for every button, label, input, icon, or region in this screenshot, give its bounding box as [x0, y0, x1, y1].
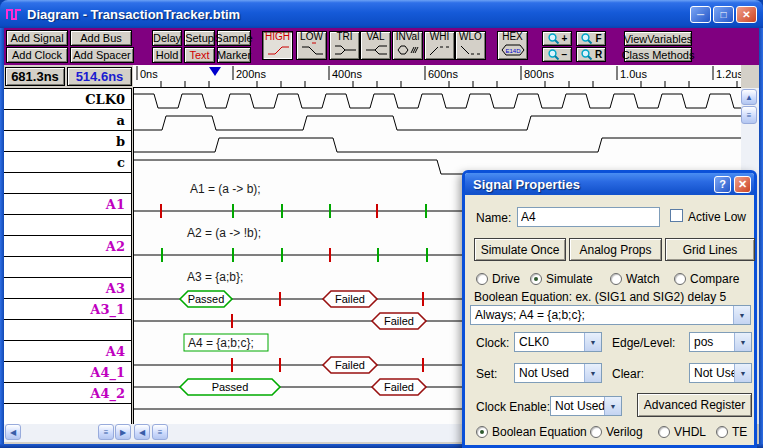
- waveform-a: [134, 116, 741, 130]
- signal-name-label: A3_1: [90, 302, 125, 317]
- watch-radio[interactable]: [610, 273, 622, 285]
- edge-level-combo[interactable]: pos ▼: [689, 332, 752, 352]
- waveform-note: A3 = {a;b};: [187, 270, 243, 284]
- tri-state-button[interactable]: TRI: [329, 31, 360, 60]
- chevron-down-icon[interactable]: ▼: [733, 306, 750, 324]
- waveform-scroll-thumb[interactable]: ≡: [152, 424, 168, 440]
- set-combo[interactable]: Not Used ▼: [514, 363, 602, 383]
- equation-combo[interactable]: Always; A4 = {a;b;c}; ▼: [470, 305, 751, 325]
- timeline-ruler[interactable]: 0ns200ns400ns600ns800ns1.0us1.2us: [133, 65, 741, 88]
- chevron-down-icon[interactable]: ▼: [584, 364, 601, 382]
- signal-row-A3[interactable]: A3: [4, 278, 131, 299]
- analog-props-button[interactable]: Analog Props: [569, 238, 662, 261]
- signal-row-A1[interactable]: A1: [4, 194, 131, 215]
- grid-lines-button[interactable]: Grid Lines: [665, 238, 755, 261]
- inval-state-button[interactable]: INVal: [392, 31, 423, 60]
- add-signal-button[interactable]: Add Signal: [6, 30, 68, 46]
- add-bus-button[interactable]: Add Bus: [70, 30, 132, 46]
- waveform-CLK0: [134, 94, 741, 108]
- vertical-scroll-thumb[interactable]: ≡: [741, 106, 757, 124]
- signal-row-A3_1[interactable]: A3_1: [4, 299, 131, 320]
- signal-row-b[interactable]: b: [4, 131, 131, 152]
- badge-label: Passed: [188, 293, 225, 305]
- chevron-down-icon[interactable]: ▼: [604, 397, 621, 415]
- add-clock-button[interactable]: Add Clock: [6, 47, 68, 63]
- scroll-right-icon[interactable]: ▶: [115, 424, 131, 440]
- signal-row-CLK0[interactable]: CLK0: [4, 89, 131, 110]
- active-low-checkbox[interactable]: [670, 209, 683, 222]
- equation-annotation[interactable]: A2 = (a -> !b);: [187, 226, 261, 240]
- signal-row-A4_2[interactable]: A4_2: [4, 383, 131, 404]
- vhdl-radio[interactable]: [658, 426, 670, 438]
- scroll-up-icon[interactable]: ▲: [741, 89, 757, 105]
- signal-row-c[interactable]: c: [4, 152, 131, 173]
- watch-label: Watch: [626, 272, 660, 286]
- clock-enable-combo[interactable]: Not Used ▼: [550, 396, 622, 416]
- time-readout-secondary[interactable]: 514.6ns: [67, 67, 132, 86]
- scroll-left-icon[interactable]: ◀: [134, 424, 150, 440]
- set-value: Not Used: [515, 364, 584, 382]
- verilog-radio[interactable]: [590, 426, 602, 438]
- signal-properties-dialog: Signal Properties ? ✕ Name: Active Low S…: [462, 170, 757, 448]
- class-methods-button[interactable]: Class Methods: [624, 47, 692, 62]
- minimize-button[interactable]: ─: [690, 6, 711, 23]
- name-input[interactable]: [517, 207, 660, 227]
- time-readout-primary[interactable]: 681.3ns: [5, 67, 65, 86]
- zoom-range-button[interactable]: R: [576, 47, 606, 62]
- drive-radio[interactable]: [476, 273, 488, 285]
- close-button[interactable]: ✕: [736, 6, 757, 23]
- chevron-down-icon[interactable]: ▼: [734, 333, 751, 351]
- low-state-button[interactable]: LOW: [296, 31, 327, 60]
- add-spacer-button[interactable]: Add Spacer: [70, 47, 134, 63]
- equation-annotation[interactable]: A1 = (a -> b);: [190, 182, 261, 196]
- equation-annotation[interactable]: A3 = {a;b};: [187, 270, 243, 284]
- waveform-note: A4 = {a;b;c};: [184, 334, 268, 351]
- signal-row-A4_1[interactable]: A4_1: [4, 362, 131, 383]
- advanced-register-button[interactable]: Advanced Register: [637, 393, 752, 417]
- whi-state-button[interactable]: WHI: [424, 31, 455, 60]
- signal-row-a[interactable]: a: [4, 110, 131, 131]
- chevron-down-icon[interactable]: ▼: [734, 364, 751, 382]
- signal-row-A2[interactable]: A2: [4, 236, 131, 257]
- wlo-state-button[interactable]: WLO: [455, 31, 486, 60]
- zoom-full-button[interactable]: F: [576, 31, 606, 46]
- state-button-label: HIGH: [265, 31, 290, 42]
- text-button[interactable]: Text: [184, 47, 215, 63]
- hex-state-button[interactable]: HEXE14D: [497, 31, 528, 60]
- te-radio[interactable]: [716, 426, 728, 438]
- boolean-equation-radio[interactable]: [476, 426, 488, 438]
- hold-button[interactable]: Hold: [152, 47, 182, 63]
- compare-radio[interactable]: [674, 273, 686, 285]
- magnifier-icon: [580, 48, 593, 61]
- signal-name-label: A1: [106, 197, 125, 212]
- clear-combo[interactable]: Not Used ▼: [689, 363, 752, 383]
- time-marker-icon[interactable]: [209, 67, 221, 76]
- view-variables-button[interactable]: ViewVariables: [624, 31, 692, 46]
- clock-combo[interactable]: CLK0 ▼: [514, 332, 602, 352]
- val-state-button[interactable]: VAL: [360, 31, 391, 60]
- zoom-in-button[interactable]: +: [542, 31, 572, 46]
- zoom-out-button[interactable]: −: [542, 47, 572, 62]
- setup-button[interactable]: Setup: [184, 30, 215, 46]
- signal-row-blank[interactable]: [4, 215, 131, 236]
- equation-annotation[interactable]: A4 = {a;b;c};: [188, 336, 254, 350]
- maximize-button[interactable]: □: [713, 6, 734, 23]
- delay-button[interactable]: Delay: [152, 30, 182, 46]
- name-scroll-thumb[interactable]: ≡: [98, 424, 114, 440]
- signal-row-blank[interactable]: [4, 257, 131, 278]
- help-button[interactable]: ?: [714, 176, 731, 193]
- name-panel-scrollbar[interactable]: ◀ ≡ ▶: [4, 424, 133, 442]
- dialog-close-button[interactable]: ✕: [734, 176, 751, 193]
- signal-row-blank[interactable]: [4, 320, 131, 341]
- high-state-button[interactable]: HIGH: [262, 31, 293, 60]
- signal-row-blank[interactable]: [4, 173, 131, 194]
- sample-button[interactable]: Sample: [217, 30, 251, 46]
- chevron-down-icon[interactable]: ▼: [584, 333, 601, 351]
- time-readout-panel: 681.3ns 514.6ns: [4, 65, 133, 88]
- scroll-left-icon[interactable]: ◀: [5, 424, 21, 440]
- simulate-radio[interactable]: [530, 273, 542, 285]
- signal-row-A4[interactable]: A4: [4, 341, 131, 362]
- simulate-once-button[interactable]: Simulate Once: [474, 238, 566, 261]
- marker-button[interactable]: Marker: [217, 47, 251, 63]
- low-wave-icon: [299, 42, 325, 60]
